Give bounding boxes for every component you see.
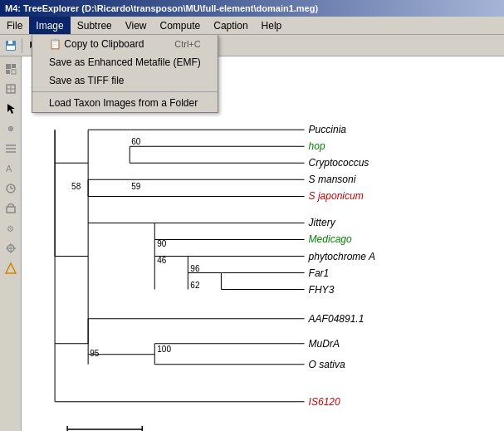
copy-clipboard-item[interactable]: 📋 Copy to Clipboard Ctrl+C <box>32 35 218 53</box>
save-tiff-item[interactable]: Save as TIFF file <box>32 71 218 90</box>
menu-file[interactable]: File <box>0 17 29 34</box>
svg-rect-2 <box>7 46 15 50</box>
svg-text:90: 90 <box>157 239 167 248</box>
sidebar-btn-6[interactable]: A <box>2 159 20 178</box>
svg-text:S mansoni: S mansoni <box>309 174 356 185</box>
sidebar-btn-8[interactable] <box>2 199 20 218</box>
menu-compute[interactable]: Compute <box>154 17 208 34</box>
title-bar: M4: TreeExplorer (D:\Ricardo\transposon\… <box>0 0 504 17</box>
menu-subtree[interactable]: Subtree <box>71 17 119 34</box>
toolbar-sep1 <box>22 38 22 53</box>
menu-image[interactable]: Image <box>29 17 70 34</box>
svg-text:FHY3: FHY3 <box>309 284 335 296</box>
menu-view[interactable]: View <box>119 17 154 34</box>
load-taxon-images-label: Load Taxon Images from a Folder <box>49 97 198 109</box>
menu-bar: File Image Subtree View Compute Caption … <box>0 17 504 35</box>
sidebar-btn-9[interactable]: ⚙ <box>2 219 20 238</box>
svg-text:Far1: Far1 <box>309 267 330 279</box>
sidebar-btn-4[interactable]: ⊕ <box>2 120 20 138</box>
svg-text:O sativa: O sativa <box>309 359 345 370</box>
svg-rect-1 <box>8 41 12 44</box>
dropdown-separator <box>32 91 218 92</box>
svg-rect-9 <box>12 64 16 68</box>
load-taxon-images-item[interactable]: Load Taxon Images from a Folder <box>32 94 218 112</box>
menu-help[interactable]: Help <box>255 17 289 34</box>
svg-text:Cryptococcus: Cryptococcus <box>309 157 369 169</box>
save-tiff-label: Save as TIFF file <box>49 75 124 86</box>
sidebar-btn-7[interactable] <box>2 179 20 198</box>
sidebar-btn-2[interactable] <box>2 80 20 98</box>
copy-clipboard-shortcut: Ctrl+C <box>174 39 200 49</box>
image-dropdown: 📋 Copy to Clipboard Ctrl+C Save as Enhan… <box>32 35 218 113</box>
svg-text:IS6120: IS6120 <box>309 396 340 408</box>
title-text: M4: TreeExplorer (D:\Ricardo\transposon\… <box>5 3 318 13</box>
svg-marker-23 <box>6 263 16 273</box>
svg-text:58: 58 <box>71 182 81 191</box>
svg-text:A: A <box>6 164 12 174</box>
svg-rect-19 <box>7 207 15 213</box>
svg-text:MuDrA: MuDrA <box>309 338 340 350</box>
svg-text:Medicago: Medicago <box>309 233 352 245</box>
svg-text:100: 100 <box>157 345 171 354</box>
toolbar-save-btn[interactable] <box>2 37 20 55</box>
svg-text:Jittery: Jittery <box>308 217 336 228</box>
menu-caption[interactable]: Caption <box>207 17 254 34</box>
sidebar-btn-1[interactable] <box>2 60 20 78</box>
svg-rect-10 <box>6 70 10 74</box>
sidebar-btn-10[interactable] <box>2 239 20 257</box>
sidebar-btn-11[interactable] <box>2 259 20 277</box>
svg-text:S japonicum: S japonicum <box>309 190 364 202</box>
svg-text:hop: hop <box>309 140 325 152</box>
sidebar: ⊕ A ⚙ <box>0 56 22 431</box>
svg-text:62: 62 <box>190 281 200 290</box>
svg-text:95: 95 <box>90 349 100 358</box>
svg-text:59: 59 <box>131 182 141 191</box>
svg-text:phytochrome A: phytochrome A <box>308 251 375 262</box>
svg-text:60: 60 <box>131 137 141 146</box>
svg-text:96: 96 <box>190 264 200 273</box>
svg-text:Puccinia: Puccinia <box>309 124 347 135</box>
svg-text:46: 46 <box>157 256 167 265</box>
sidebar-btn-cursor[interactable] <box>2 100 20 118</box>
svg-rect-8 <box>6 64 11 69</box>
svg-text:AAF04891.1: AAF04891.1 <box>308 313 365 325</box>
svg-rect-11 <box>12 70 16 74</box>
sidebar-btn-5[interactable] <box>2 140 20 158</box>
save-emf-label: Save as Enhanced Metafile (EMF) <box>49 56 201 68</box>
save-emf-item[interactable]: Save as Enhanced Metafile (EMF) <box>32 53 218 71</box>
copy-clipboard-label: 📋 Copy to Clipboard <box>49 38 144 50</box>
